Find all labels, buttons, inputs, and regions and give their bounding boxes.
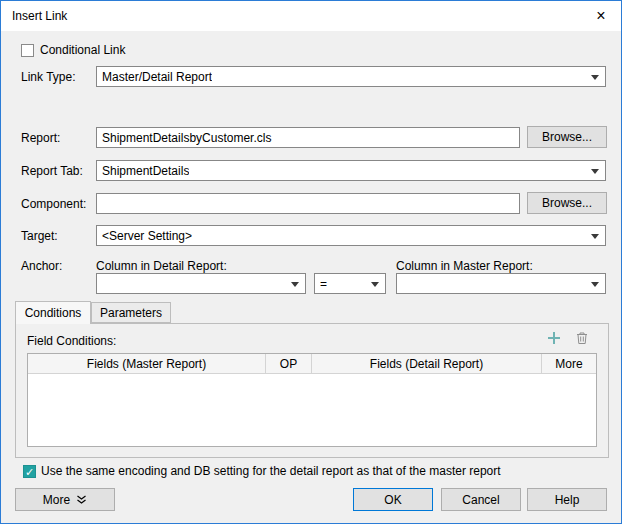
anchor-label: Anchor:: [21, 259, 62, 273]
tab-parameters-label: Parameters: [100, 306, 162, 320]
tab-parameters[interactable]: Parameters: [91, 302, 171, 323]
component-browse-button[interactable]: Browse...: [527, 192, 607, 214]
dropdown-arrow-icon: [591, 234, 599, 239]
chevron-double-down-icon: [76, 495, 87, 505]
help-button[interactable]: Help: [527, 488, 607, 511]
component-browse-label: Browse...: [542, 196, 592, 210]
report-tab-label: Report Tab:: [21, 164, 83, 178]
tab-conditions[interactable]: Conditions: [15, 301, 91, 324]
report-browse-label: Browse...: [542, 130, 592, 144]
cancel-button-label: Cancel: [462, 493, 499, 507]
report-label: Report:: [21, 131, 60, 145]
more-button-label: More: [43, 493, 70, 507]
column-header-more[interactable]: More: [542, 354, 596, 373]
dropdown-arrow-icon: [291, 282, 299, 287]
target-value: <Server Setting>: [102, 229, 192, 243]
report-tab-dropdown[interactable]: ShipmentDetails: [96, 160, 606, 181]
conditions-table-body[interactable]: [28, 374, 596, 446]
delete-condition-icon[interactable]: [573, 329, 591, 347]
link-type-dropdown[interactable]: Master/Detail Report: [96, 66, 606, 87]
tab-conditions-label: Conditions: [25, 306, 82, 320]
help-button-label: Help: [555, 493, 580, 507]
check-icon: ✓: [25, 466, 34, 478]
add-condition-icon[interactable]: [545, 329, 563, 347]
target-label: Target:: [21, 229, 58, 243]
conditions-table: Fields (Master Report) OP Fields (Detail…: [27, 353, 597, 447]
dropdown-arrow-icon: [591, 75, 599, 80]
component-label: Component:: [21, 197, 86, 211]
anchor-operator-value: =: [320, 277, 327, 291]
column-header-fields-detail[interactable]: Fields (Detail Report): [312, 354, 542, 373]
dropdown-arrow-icon: [591, 169, 599, 174]
dialog-title: Insert Link: [12, 9, 67, 23]
conditions-table-header-row: Fields (Master Report) OP Fields (Detail…: [28, 354, 596, 374]
anchor-operator-dropdown[interactable]: =: [314, 273, 386, 294]
close-icon[interactable]: ×: [587, 5, 615, 27]
ok-button[interactable]: OK: [353, 488, 433, 511]
report-tab-value: ShipmentDetails: [102, 164, 189, 178]
dropdown-arrow-icon: [371, 282, 379, 287]
insert-link-dialog: Insert Link × Conditional Link Link Type…: [0, 0, 622, 524]
anchor-master-column-dropdown[interactable]: [396, 273, 606, 294]
column-header-fields-master[interactable]: Fields (Master Report): [28, 354, 266, 373]
anchor-master-column-label: Column in Master Report:: [396, 259, 533, 273]
conditional-link-label: Conditional Link: [40, 43, 125, 57]
link-type-label: Link Type:: [21, 70, 75, 84]
report-input[interactable]: [96, 127, 520, 148]
anchor-detail-column-dropdown[interactable]: [96, 273, 306, 294]
anchor-detail-column-label: Column in Detail Report:: [96, 259, 227, 273]
same-encoding-checkbox[interactable]: ✓: [23, 465, 36, 478]
field-conditions-label: Field Conditions:: [27, 334, 116, 348]
titlebar: Insert Link ×: [1, 1, 621, 31]
link-type-value: Master/Detail Report: [102, 70, 212, 84]
cancel-button[interactable]: Cancel: [441, 488, 521, 511]
ok-button-label: OK: [384, 493, 401, 507]
column-header-op[interactable]: OP: [266, 354, 312, 373]
report-browse-button[interactable]: Browse...: [527, 126, 607, 148]
conditional-link-checkbox[interactable]: [21, 44, 34, 57]
more-button[interactable]: More: [15, 488, 115, 511]
same-encoding-label: Use the same encoding and DB setting for…: [41, 464, 501, 478]
dropdown-arrow-icon: [591, 282, 599, 287]
component-input[interactable]: [96, 193, 520, 214]
target-dropdown[interactable]: <Server Setting>: [96, 225, 606, 246]
